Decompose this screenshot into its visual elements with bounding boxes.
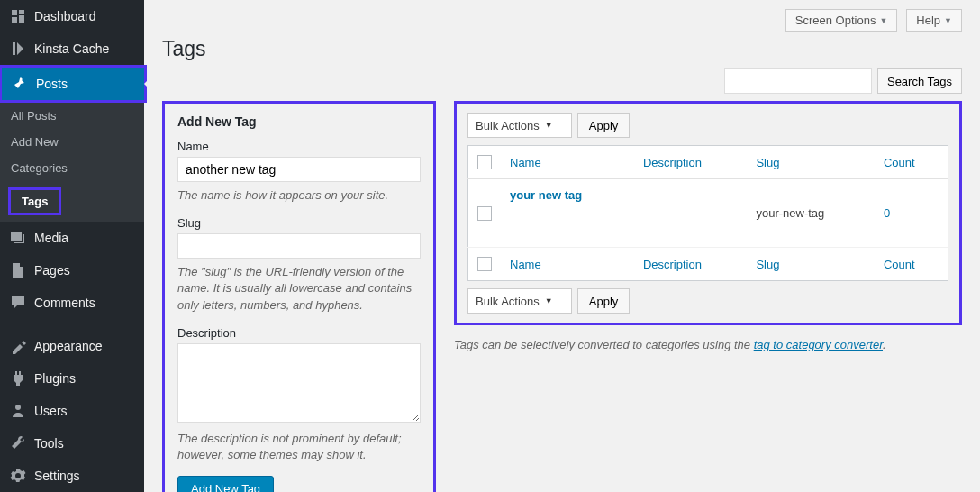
comments-icon [9, 294, 27, 312]
media-icon [9, 229, 27, 247]
sidebar-label: Tools [34, 436, 64, 451]
appearance-icon [9, 337, 27, 355]
name-label: Name [177, 140, 421, 153]
sidebar-label: Kinsta Cache [34, 41, 109, 56]
chevron-down-icon: ▼ [944, 16, 952, 25]
col-slug-foot[interactable]: Slug [747, 248, 875, 281]
name-help: The name is how it appears on your site. [177, 187, 421, 204]
add-tag-button[interactable]: Add New Tag [177, 476, 274, 492]
bulk-actions-select[interactable]: Bulk Actions [467, 113, 572, 138]
submenu-tags[interactable]: Tags [0, 181, 144, 222]
screen-options-button[interactable]: Screen Options ▼ [785, 9, 898, 32]
sidebar-item-comments[interactable]: Comments [0, 287, 144, 319]
tag-count-link[interactable]: 0 [884, 206, 890, 220]
row-checkbox[interactable] [477, 206, 492, 221]
tag-name-link[interactable]: your new tag [510, 188, 582, 238]
sidebar-item-plugins[interactable]: Plugins [0, 362, 144, 395]
pin-icon [11, 75, 29, 93]
sidebar-item-users[interactable]: Users [0, 395, 144, 427]
main-content: Screen Options ▼ Help ▼ Tags Search Tags… [144, 0, 980, 492]
sidebar-label: Dashboard [34, 9, 96, 23]
sidebar-label: Media [34, 231, 68, 245]
table-row: your new tag — your-new-tag 0 [468, 179, 948, 248]
sidebar-label: Plugins [34, 371, 76, 386]
sidebar-item-dashboard[interactable]: Dashboard [0, 0, 144, 32]
posts-submenu: All Posts Add New Categories Tags [0, 103, 144, 222]
slug-label: Slug [177, 216, 421, 230]
sidebar-label: Settings [34, 469, 80, 483]
apply-button-bottom[interactable]: Apply [577, 288, 631, 314]
description-label: Description [177, 326, 421, 340]
apply-button[interactable]: Apply [577, 113, 631, 138]
pages-icon [9, 261, 27, 279]
sidebar-label: Appearance [34, 339, 103, 353]
description-help: The description is not prominent by defa… [177, 431, 421, 463]
search-input[interactable] [724, 68, 872, 94]
col-count-foot[interactable]: Count [875, 248, 948, 281]
kinsta-icon [9, 40, 27, 58]
chevron-down-icon: ▼ [879, 16, 887, 25]
sidebar-item-pages[interactable]: Pages [0, 254, 144, 287]
form-heading: Add New Tag [177, 114, 421, 129]
sidebar-item-media[interactable]: Media [0, 222, 144, 254]
help-button[interactable]: Help ▼ [906, 9, 962, 32]
sidebar-item-settings[interactable]: Settings [0, 460, 144, 492]
dashboard-icon [9, 7, 27, 25]
slug-input[interactable] [177, 233, 421, 259]
sidebar-label: Pages [34, 263, 70, 278]
tags-list-panel: Bulk Actions Apply Name Description Slug… [454, 101, 962, 325]
sidebar-label: Users [34, 404, 68, 418]
tools-icon [9, 434, 27, 452]
slug-help: The "slug" is the URL-friendly version o… [177, 264, 421, 314]
col-description[interactable]: Description [634, 146, 748, 179]
sidebar-label: Comments [34, 296, 95, 310]
admin-sidebar: Dashboard Kinsta Cache Posts All Posts A… [0, 0, 144, 492]
convert-note: Tags can be selectively converted to cat… [454, 338, 962, 351]
sidebar-item-kinsta[interactable]: Kinsta Cache [0, 32, 144, 65]
page-title: Tags [162, 37, 962, 61]
name-input[interactable] [177, 157, 421, 182]
plugins-icon [9, 369, 27, 387]
sidebar-item-posts[interactable]: Posts [2, 68, 144, 100]
col-name-foot[interactable]: Name [501, 248, 634, 281]
col-slug[interactable]: Slug [747, 146, 875, 179]
settings-icon [9, 467, 27, 485]
col-description-foot[interactable]: Description [634, 248, 748, 281]
col-name[interactable]: Name [501, 146, 634, 179]
col-count[interactable]: Count [875, 146, 948, 179]
tags-table: Name Description Slug Count your new tag… [467, 145, 948, 281]
submenu-all-posts[interactable]: All Posts [0, 103, 144, 129]
svg-point-0 [15, 405, 21, 410]
submenu-categories[interactable]: Categories [0, 155, 144, 181]
add-tag-form: Add New Tag Name The name is how it appe… [162, 101, 436, 492]
sidebar-item-appearance[interactable]: Appearance [0, 330, 144, 362]
bulk-actions-select-bottom[interactable]: Bulk Actions [467, 288, 572, 314]
tag-slug: your-new-tag [747, 179, 875, 248]
sidebar-item-tools[interactable]: Tools [0, 427, 144, 460]
select-all-checkbox[interactable] [477, 155, 492, 169]
submenu-add-new[interactable]: Add New [0, 129, 144, 155]
select-all-checkbox-bottom[interactable] [477, 257, 492, 271]
tag-description: — [634, 179, 748, 248]
search-button[interactable]: Search Tags [877, 68, 962, 94]
users-icon [9, 402, 27, 420]
sidebar-label: Posts [36, 77, 68, 91]
description-input[interactable] [177, 343, 421, 423]
tag-converter-link[interactable]: tag to category converter [754, 338, 883, 351]
